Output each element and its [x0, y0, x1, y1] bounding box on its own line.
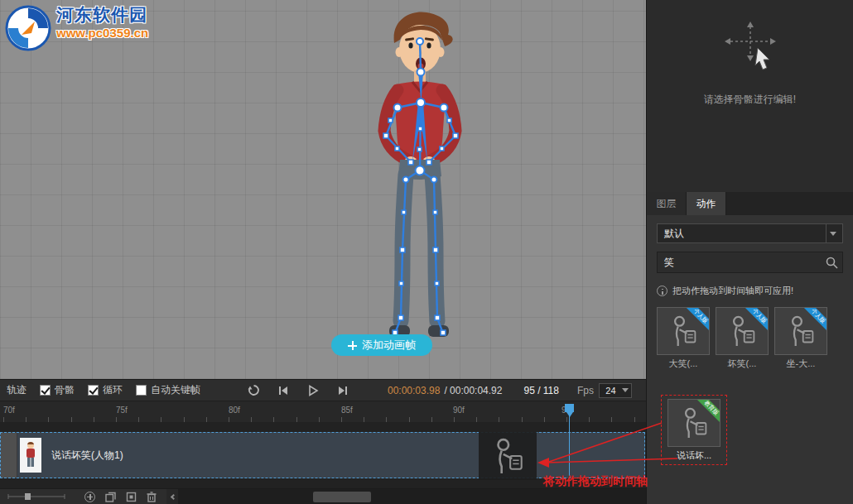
panel-tabs: 图层 动作 — [647, 192, 853, 215]
chevron-left-icon — [170, 493, 176, 499]
copy-frame-icon[interactable] — [126, 492, 137, 502]
site-watermark: 河东软件园 www.pc0359.cn — [5, 5, 148, 51]
auto-keyframe-checkbox-label: 自动关键帧 — [151, 383, 200, 397]
action-person-icon — [786, 314, 816, 348]
character-with-bone-rig[interactable] — [348, 5, 489, 353]
timeline-ruler[interactable]: 70f 75f 80f 85f 90f 95f — [0, 401, 646, 422]
info-icon — [657, 286, 667, 296]
total-time: / 00:00:04.92 — [444, 385, 502, 396]
tab-layers[interactable]: 图层 — [647, 192, 687, 215]
action-grid: 个人版 大笑(... 个人版 — [657, 307, 843, 370]
playback-controls — [247, 384, 349, 397]
action-thumbnail[interactable]: 个人版 — [716, 307, 769, 355]
ruler-mark: 90f — [453, 406, 465, 415]
animation-editor-window: 河东软件园 www.pc0359.cn — [0, 0, 853, 504]
auto-keyframe-checkbox-box[interactable] — [136, 385, 147, 396]
loop-checkbox-box[interactable] — [88, 385, 99, 396]
search-input[interactable] — [658, 257, 822, 268]
scrollbar-thumb[interactable] — [313, 492, 371, 502]
scroll-left-button[interactable] — [166, 489, 178, 504]
fps-label: Fps — [577, 385, 594, 396]
move-crosshair-icon — [720, 22, 781, 76]
site-logo-icon — [5, 5, 51, 51]
timeline-bottom-bar — [0, 488, 646, 504]
tip-text: 把动作拖动到时间轴即可应用! — [672, 285, 793, 297]
dragged-action-ghost[interactable] — [479, 432, 537, 480]
zoom-in-icon[interactable] — [84, 492, 95, 502]
loop-checkbox-label: 循环 — [103, 383, 123, 397]
track-tool-label[interactable]: 轨迹 — [7, 383, 27, 397]
bone-edit-preview: 请选择骨骼进行编辑! — [647, 0, 853, 192]
fps-dropdown[interactable]: 24 — [599, 383, 632, 398]
action-search-bar[interactable] — [657, 252, 843, 273]
ruler-mark: 75f — [116, 406, 128, 415]
ruler-mark: 70f — [3, 406, 15, 415]
ruler-mark: 85f — [341, 406, 353, 415]
track-name: 说话坏笑(人物1) — [51, 449, 123, 463]
duplicate-frame-icon[interactable] — [105, 492, 116, 502]
stage-canvas[interactable]: 河东软件园 www.pc0359.cn — [0, 0, 646, 379]
bones-checkbox-label: 骨骼 — [55, 383, 75, 397]
zoom-slider[interactable] — [7, 492, 66, 502]
action-item-sit-laugh[interactable]: 个人版 坐-大... — [774, 307, 827, 370]
next-frame-icon[interactable] — [336, 384, 349, 397]
action-thumbnail[interactable]: 个人版 — [774, 307, 827, 355]
plus-icon — [348, 341, 357, 350]
dragged-action-item[interactable]: 教育版 说话坏... — [661, 395, 727, 465]
timeline-tracks[interactable]: 说话坏笑(人物1) — [0, 422, 646, 488]
watermark-site-name: 河东软件园 — [56, 5, 148, 24]
playhead-handle[interactable] — [565, 404, 574, 412]
search-icon[interactable] — [822, 256, 842, 269]
bones-checkbox-box[interactable] — [40, 385, 51, 396]
add-animation-frame-button[interactable]: 添加动画帧 — [331, 334, 432, 356]
action-thumbnail[interactable]: 个人版 — [657, 307, 710, 355]
play-icon[interactable] — [306, 384, 320, 397]
ruler-mark: 80f — [229, 406, 240, 415]
action-person-icon — [679, 406, 709, 439]
dropdown-button[interactable] — [826, 224, 842, 242]
frame-counter: 95 / 118 — [523, 385, 558, 396]
preview-hint-text: 请选择骨骼进行编辑! — [647, 93, 853, 107]
watermark-site-url: www.pc0359.cn — [56, 26, 148, 41]
chevron-down-icon — [622, 388, 629, 392]
timeline-horizontal-scrollbar[interactable] — [178, 489, 646, 504]
action-person-icon — [490, 437, 525, 475]
actions-panel-body: 默认 把动作拖动到时间轴即可应用! — [647, 215, 853, 378]
track-row[interactable]: 说话坏笑(人物1) — [0, 432, 645, 478]
chevron-down-icon — [830, 232, 836, 236]
watermark-text: 河东软件园 www.pc0359.cn — [56, 5, 148, 41]
tip-row: 把动作拖动到时间轴即可应用! — [657, 285, 843, 297]
action-label: 坏笑(... — [716, 358, 769, 370]
action-person-icon — [668, 314, 698, 348]
bones-checkbox[interactable]: 骨骼 — [40, 383, 75, 397]
fps-value: 24 — [600, 386, 622, 396]
action-item-laugh[interactable]: 个人版 大笑(... — [657, 307, 710, 370]
auto-keyframe-checkbox[interactable]: 自动关键帧 — [136, 383, 200, 397]
track-thumbnail-character-icon — [23, 441, 38, 469]
add-animation-frame-label: 添加动画帧 — [362, 338, 416, 353]
loop-checkbox[interactable]: 循环 — [88, 383, 123, 397]
action-category-value: 默认 — [658, 227, 826, 241]
previous-frame-icon[interactable] — [277, 384, 290, 397]
current-time: 00:00:03.98 — [388, 385, 440, 396]
tab-actions[interactable]: 动作 — [687, 192, 726, 215]
action-item-smirk[interactable]: 个人版 坏笑(... — [716, 307, 769, 370]
right-panel: 请选择骨骼进行编辑! 图层 动作 默认 把动作拖动到 — [646, 0, 853, 504]
action-category-dropdown[interactable]: 默认 — [657, 223, 843, 243]
loop-playback-icon[interactable] — [247, 384, 260, 397]
action-label: 大笑(... — [657, 358, 710, 370]
action-label: 说话坏... — [667, 449, 720, 462]
delete-frame-icon[interactable] — [147, 492, 157, 502]
action-label: 坐-大... — [774, 358, 827, 370]
track-drag-handle[interactable] — [1, 433, 17, 478]
action-thumbnail[interactable]: 教育版 — [667, 399, 720, 447]
timeline-toolbar: 轨迹 骨骼 循环 自动关键帧 — [0, 379, 646, 401]
left-column: 河东软件园 www.pc0359.cn — [0, 0, 646, 504]
track-thumbnail — [20, 438, 41, 473]
playhead-line — [569, 422, 570, 478]
action-person-icon — [727, 314, 757, 348]
